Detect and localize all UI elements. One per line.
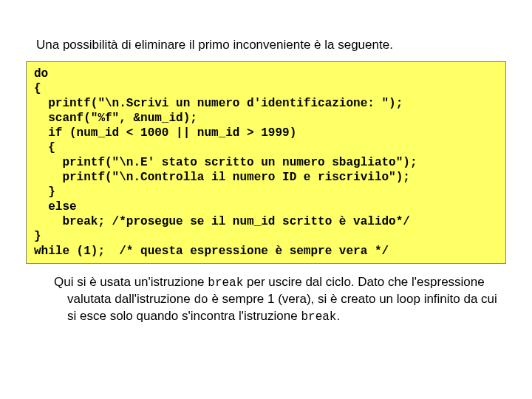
outro-part: Qui si è usata un'istruzione [54,275,208,289]
code-line: { [34,141,55,154]
code-line: break; /*prosegue se il num_id scritto è… [34,215,410,228]
inline-code-break: break [208,276,243,290]
code-block: do { printf("\n.Scrivi un numero d'ident… [26,61,506,264]
code-line: if (num_id < 1000 || num_id > 1999) [34,126,296,140]
code-line: else [34,200,77,214]
code-line: while (1); /* questa espressione è sempr… [34,245,389,258]
code-line: } [34,185,55,199]
code-line: do [34,67,48,81]
code-line: printf("\n.Scrivi un numero d'identifica… [34,97,403,110]
outro-text: Qui si è usata un'istruzione break per u… [54,274,506,324]
inline-code-do: do [194,293,208,307]
intro-text: Una possibilità di eliminare il primo in… [36,37,506,54]
code-line: scanf("%f", &num_id); [34,112,197,125]
code-line: printf("\n.E' stato scritto un numero sb… [34,156,417,169]
outro-part: . [336,309,340,323]
code-line: printf("\n.Controlla il numero ID e risc… [34,171,410,184]
slide-container: Una possibilità di eliminare il primo in… [0,0,532,324]
code-line: { [34,82,41,95]
inline-code-break2: break [301,310,336,324]
code-line: } [34,230,41,243]
